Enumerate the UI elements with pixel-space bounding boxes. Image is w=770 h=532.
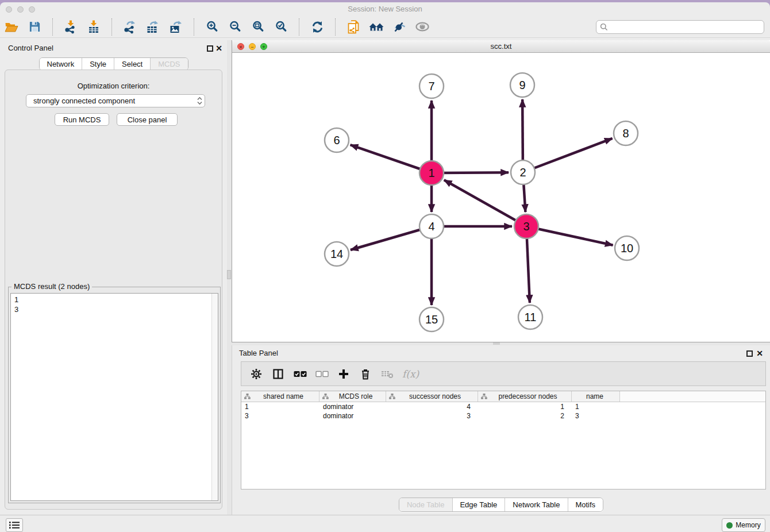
task-history-button[interactable] — [6, 518, 23, 532]
search-input[interactable] — [610, 23, 760, 31]
result-scrollbar[interactable] — [211, 294, 218, 500]
zoom-window-icon[interactable] — [29, 6, 35, 13]
table-tab-network-table[interactable]: Network Table — [505, 498, 567, 511]
tab-style[interactable]: Style — [82, 58, 114, 70]
node-15[interactable]: 15 — [419, 307, 444, 331]
function-builder-icon[interactable]: f(x) — [402, 367, 419, 381]
node-10[interactable]: 10 — [615, 236, 639, 260]
cell-shared-name[interactable]: 3 — [241, 412, 319, 420]
export-table-icon[interactable] — [144, 18, 161, 36]
table-panel: Table Panel ✕ f(x) — [232, 345, 770, 515]
criterion-dropdown[interactable]: strongly connected component — [26, 94, 205, 107]
zoom-in-icon[interactable] — [203, 18, 221, 36]
open-session-icon[interactable] — [3, 18, 20, 36]
svg-text:10: 10 — [621, 242, 633, 255]
network-view-window: × − + scc.txt 7968124314101511 — [232, 40, 770, 342]
minimize-window-icon[interactable] — [17, 6, 24, 13]
node-table: shared nameMCDS rolesuccessor nodesprede… — [241, 391, 766, 489]
mcds-result-title: MCDS result (2 nodes) — [11, 282, 92, 291]
vertical-splitter[interactable] — [227, 40, 232, 515]
hide-selected-icon[interactable] — [391, 18, 408, 36]
tab-mcds[interactable]: MCDS — [150, 58, 187, 70]
cell-predecessor-nodes[interactable]: 1 — [478, 403, 572, 411]
node-4[interactable]: 4 — [419, 214, 444, 238]
table-row[interactable]: 3dominator323 — [241, 411, 765, 421]
zoom-fit-icon[interactable] — [249, 18, 267, 36]
memory-button[interactable]: Memory — [722, 518, 765, 532]
add-row-icon[interactable] — [337, 367, 351, 381]
splitter-handle[interactable] — [227, 270, 231, 279]
delete-row-icon[interactable] — [359, 367, 372, 381]
column-header-successor-nodes[interactable]: successor nodes — [386, 391, 478, 402]
zoom-out-icon[interactable] — [226, 18, 244, 36]
first-neighbors-icon[interactable] — [368, 18, 385, 36]
table-tab-node-table[interactable]: Node Table — [399, 498, 452, 511]
close-network-icon[interactable]: × — [237, 43, 244, 50]
search-field[interactable] — [596, 20, 764, 34]
new-network-from-selection-icon[interactable] — [345, 18, 362, 36]
app-window: Session: New Session — [0, 2, 770, 532]
node-2[interactable]: 2 — [511, 160, 535, 184]
float-panel-icon[interactable] — [207, 45, 213, 52]
import-network-icon[interactable] — [62, 18, 79, 36]
close-panel-icon[interactable]: ✕ — [215, 43, 222, 53]
cell-successor-nodes[interactable]: 3 — [386, 412, 478, 420]
column-header-name[interactable]: name — [572, 391, 620, 402]
column-header-mcds-role[interactable]: MCDS role — [319, 391, 386, 402]
column-settings-icon[interactable] — [249, 367, 263, 381]
node-8[interactable]: 8 — [614, 121, 638, 145]
node-3[interactable]: 3 — [514, 214, 538, 238]
mcds-result-box[interactable]: 13 — [10, 293, 218, 501]
minimize-network-icon[interactable]: − — [249, 43, 256, 50]
cell-name[interactable]: 1 — [572, 403, 620, 411]
table-tab-motifs[interactable]: Motifs — [567, 498, 603, 511]
node-9[interactable]: 9 — [510, 73, 534, 97]
network-canvas[interactable]: 7968124314101511 — [232, 53, 770, 342]
node-7[interactable]: 7 — [419, 74, 444, 98]
import-table-icon[interactable] — [85, 18, 102, 36]
window-title: Session: New Session — [0, 2, 770, 16]
table-row[interactable]: 1dominator411 — [241, 402, 765, 411]
svg-text:3: 3 — [523, 220, 529, 233]
run-mcds-button[interactable]: Run MCDS — [55, 113, 109, 126]
column-header-predecessor-nodes[interactable]: predecessor nodes — [478, 391, 572, 402]
cell-mcds-role[interactable]: dominator — [319, 403, 386, 411]
zoom-network-icon[interactable]: + — [260, 43, 267, 50]
cell-shared-name[interactable]: 1 — [241, 403, 319, 411]
tab-network[interactable]: Network — [39, 58, 82, 70]
close-table-panel-icon[interactable]: ✕ — [756, 348, 763, 358]
edge-3-1[interactable] — [444, 180, 526, 226]
zoom-selected-icon[interactable] — [272, 18, 290, 36]
node-1[interactable]: 1 — [419, 161, 444, 185]
node-14[interactable]: 14 — [325, 242, 349, 266]
export-network-icon[interactable] — [121, 18, 138, 36]
save-session-icon[interactable] — [26, 18, 43, 36]
fit-columns-icon[interactable] — [271, 367, 285, 381]
splitter-handle[interactable] — [493, 342, 500, 345]
float-table-panel-icon[interactable] — [746, 350, 753, 357]
export-image-icon[interactable] — [167, 18, 184, 36]
edge-1-6[interactable] — [351, 145, 432, 173]
cell-name[interactable]: 3 — [572, 412, 620, 420]
cell-predecessor-nodes[interactable]: 2 — [478, 412, 572, 420]
select-all-icon[interactable] — [293, 367, 307, 381]
apply-preferred-layout-icon[interactable] — [309, 18, 326, 36]
cell-mcds-role[interactable]: dominator — [319, 412, 386, 420]
column-type-icon — [481, 394, 487, 399]
delete-table-icon[interactable] — [380, 367, 394, 381]
node-11[interactable]: 11 — [518, 305, 542, 329]
column-header-shared-name[interactable]: shared name — [241, 391, 319, 402]
mcds-panel: Optimization criterion: strongly connect… — [5, 70, 222, 510]
deselect-all-icon[interactable] — [315, 367, 329, 381]
node-6[interactable]: 6 — [325, 128, 349, 152]
show-all-icon[interactable] — [414, 18, 431, 36]
close-window-icon[interactable] — [6, 6, 12, 13]
close-panel-button[interactable]: Close panel — [117, 113, 178, 126]
tab-select[interactable]: Select — [114, 58, 150, 70]
cell-successor-nodes[interactable]: 4 — [386, 403, 478, 411]
edge-3-10[interactable] — [526, 226, 613, 245]
control-panel: Control Panel ✕ NetworkStyleSelectMCDS O… — [0, 40, 227, 515]
edge-2-8[interactable] — [523, 138, 613, 172]
table-tab-edge-table[interactable]: Edge Table — [452, 498, 505, 511]
network-window-titlebar: × − + scc.txt — [232, 40, 770, 53]
